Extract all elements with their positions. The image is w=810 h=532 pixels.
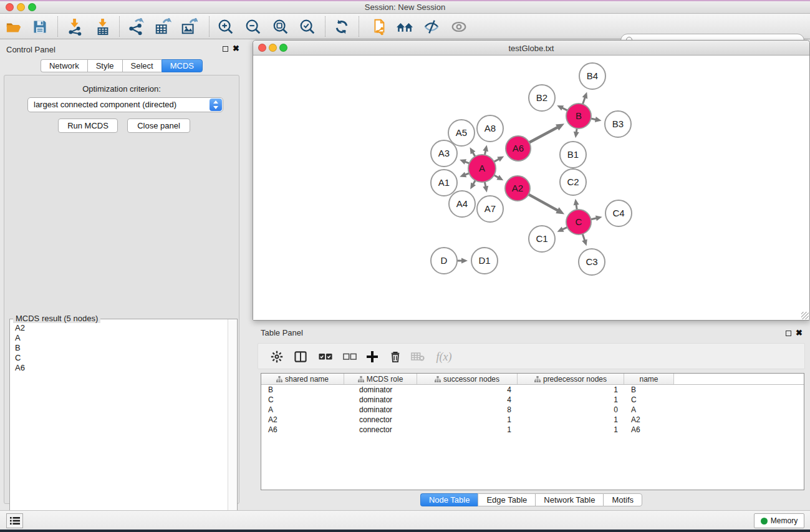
show-graphics-details-icon[interactable] xyxy=(449,17,469,37)
export-network-icon[interactable] xyxy=(126,17,146,37)
delete-table-icon[interactable] xyxy=(408,347,428,367)
table-cell[interactable]: connector xyxy=(344,425,417,435)
add-column-icon[interactable] xyxy=(362,347,382,367)
tab-edge-table[interactable]: Edge Table xyxy=(478,493,535,506)
home-icon[interactable] xyxy=(395,17,415,37)
result-item[interactable]: B xyxy=(10,343,227,353)
table-cell[interactable]: dominator xyxy=(344,395,417,405)
table-cell[interactable]: 1 xyxy=(518,415,624,425)
select-all-icon[interactable] xyxy=(316,347,335,367)
table-row[interactable]: Adominator80A xyxy=(261,405,804,415)
close-panel-button[interactable]: Close panel xyxy=(127,118,190,133)
table-cell[interactable]: C xyxy=(261,395,344,405)
tab-style[interactable]: Style xyxy=(87,59,122,72)
export-image-icon[interactable] xyxy=(179,17,199,37)
table-cell[interactable]: A6 xyxy=(624,425,674,435)
criterion-dropdown[interactable]: largest connected component (directed) xyxy=(27,97,223,112)
hide-graphics-details-icon[interactable] xyxy=(422,17,441,37)
table-cell[interactable]: A6 xyxy=(261,425,344,435)
table-cell[interactable]: 8 xyxy=(417,405,518,415)
table-cell[interactable]: 4 xyxy=(417,395,518,405)
table-row[interactable]: Cdominator41C xyxy=(261,395,804,405)
import-table-icon[interactable] xyxy=(93,17,113,37)
table-cell[interactable]: 4 xyxy=(417,385,518,395)
column-header-predecessor-nodes[interactable]: predecessor nodes xyxy=(518,374,624,384)
close-panel-icon[interactable]: ✖ xyxy=(233,44,239,53)
table-row[interactable]: A6connector11A6 xyxy=(261,425,804,435)
result-item[interactable]: A xyxy=(10,333,227,343)
optimization-criterion-label: Optimization criterion: xyxy=(4,84,239,94)
node-label-B4: B4 xyxy=(587,70,598,81)
save-session-icon[interactable] xyxy=(30,17,50,37)
table-cell[interactable]: C xyxy=(624,395,674,405)
tab-select[interactable]: Select xyxy=(122,59,162,72)
table-row[interactable]: Bdominator41B xyxy=(261,385,804,395)
edge-A2-C[interactable] xyxy=(529,195,559,211)
result-scrollbar[interactable] xyxy=(228,319,237,532)
edge-arrowhead xyxy=(574,199,579,206)
table-cell[interactable]: dominator xyxy=(344,405,417,415)
memory-status-icon xyxy=(761,518,768,525)
table-cell[interactable]: 1 xyxy=(518,395,624,405)
tab-network[interactable]: Network xyxy=(41,59,87,72)
zoom-in-icon[interactable] xyxy=(216,17,236,37)
result-item[interactable]: A2 xyxy=(10,323,227,333)
export-table-icon[interactable] xyxy=(153,17,173,37)
tab-motifs[interactable]: Motifs xyxy=(603,493,642,506)
node-label-C: C xyxy=(576,216,582,227)
column-header-successor-nodes[interactable]: successor nodes xyxy=(417,374,518,384)
network-canvas[interactable]: B4B2BB3A8A5A6A3B1AA1C2A2A4A7C4CC1C3DD1 xyxy=(253,56,809,320)
table-row[interactable]: A2connector11A2 xyxy=(261,415,804,425)
column-header-name[interactable]: name xyxy=(624,374,674,384)
table-float-panel-icon[interactable] xyxy=(786,331,791,336)
table-panel-title: Table Panel xyxy=(261,328,303,337)
table-cell[interactable]: B xyxy=(261,385,344,395)
network-window-titlebar[interactable]: testGlobe.txt xyxy=(253,41,809,56)
split-panel-icon[interactable] xyxy=(291,347,311,367)
function-builder-icon[interactable]: f(x) xyxy=(434,347,454,367)
table-cell[interactable]: 0 xyxy=(518,405,624,415)
node-table[interactable]: shared nameMCDS rolesuccessor nodesprede… xyxy=(261,373,804,490)
table-cell[interactable]: connector xyxy=(344,415,417,425)
tab-mcds[interactable]: MCDS xyxy=(162,59,203,72)
zoom-out-icon[interactable] xyxy=(243,17,263,37)
table-cell[interactable]: 1 xyxy=(518,385,624,395)
column-header-MCDS-role[interactable]: MCDS role xyxy=(344,374,417,384)
tab-node-table[interactable]: Node Table xyxy=(420,493,478,506)
table-cell[interactable]: 1 xyxy=(417,425,518,435)
refresh-icon[interactable] xyxy=(332,17,352,37)
table-close-panel-icon[interactable]: ✖ xyxy=(796,328,803,337)
table-cell[interactable]: B xyxy=(624,385,674,395)
delete-column-icon[interactable] xyxy=(385,347,405,367)
memory-button[interactable]: Memory xyxy=(754,513,804,528)
new-network-from-file-icon[interactable] xyxy=(369,17,388,37)
edge-arrowhead xyxy=(595,216,602,221)
tab-network-table[interactable]: Network Table xyxy=(535,493,603,506)
application-window: Session: New Session xyxy=(0,0,810,532)
edge-arrowhead xyxy=(582,239,587,246)
table-cell[interactable]: A xyxy=(624,405,674,415)
node-label-A8: A8 xyxy=(485,123,496,133)
open-session-icon[interactable] xyxy=(4,17,24,37)
table-settings-icon[interactable] xyxy=(267,347,287,367)
table-cell[interactable]: 1 xyxy=(417,415,518,425)
zoom-selected-icon[interactable] xyxy=(297,17,317,37)
result-item[interactable]: C xyxy=(10,353,227,363)
table-cell[interactable]: A2 xyxy=(624,415,674,425)
import-network-icon[interactable] xyxy=(65,17,85,37)
table-cell[interactable]: 1 xyxy=(518,425,624,435)
float-panel-icon[interactable] xyxy=(223,46,228,52)
table-cell[interactable]: dominator xyxy=(344,385,417,395)
task-history-button[interactable] xyxy=(6,513,23,528)
table-cell[interactable]: A xyxy=(261,405,344,415)
edge-A6-B[interactable] xyxy=(529,127,559,142)
run-mcds-button[interactable]: Run MCDS xyxy=(58,118,118,133)
table-cell[interactable]: A2 xyxy=(261,415,344,425)
resize-grip-icon[interactable] xyxy=(801,312,809,319)
table-header-row: shared nameMCDS rolesuccessor nodesprede… xyxy=(261,374,804,385)
deselect-all-icon[interactable] xyxy=(340,347,360,367)
column-header-shared-name[interactable]: shared name xyxy=(261,374,344,384)
result-item[interactable]: A6 xyxy=(10,363,227,373)
session-title: Session: New Session xyxy=(0,2,810,12)
zoom-fit-icon[interactable] xyxy=(271,17,291,37)
